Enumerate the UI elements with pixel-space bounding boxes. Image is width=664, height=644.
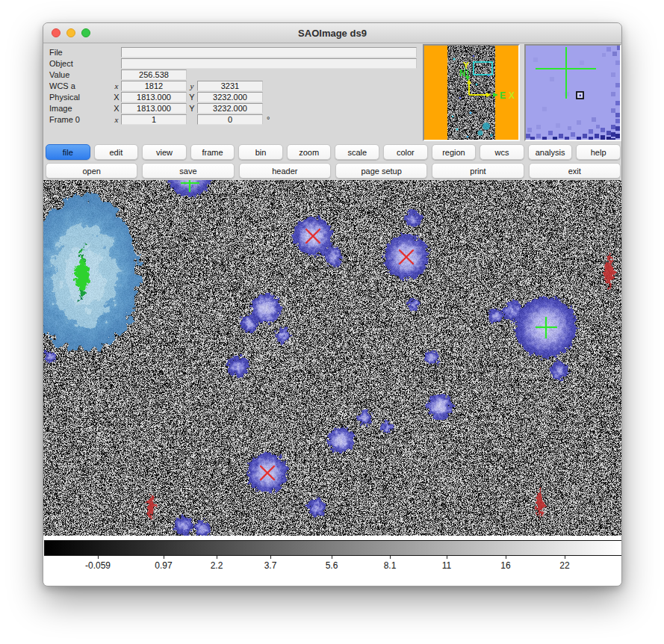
- frame-label: Frame 0: [49, 115, 112, 124]
- value-field[interactable]: 256.538: [121, 69, 187, 80]
- value-label: Value: [49, 70, 112, 79]
- info-row-frame: Frame 0 x 1 0 °: [49, 114, 270, 125]
- zoom-window-button[interactable]: [81, 28, 90, 37]
- window-title: SAOImage ds9: [43, 28, 621, 39]
- menu-bin[interactable]: bin: [238, 144, 283, 160]
- menu-region[interactable]: region: [432, 144, 477, 160]
- info-row-file: File: [49, 46, 417, 58]
- close-button[interactable]: [52, 28, 60, 37]
- object-field[interactable]: [121, 58, 417, 69]
- menu-help[interactable]: help: [576, 144, 621, 160]
- degree-symbol: °: [267, 115, 270, 124]
- file-label: File: [49, 48, 112, 57]
- wcs-y-field[interactable]: 3231: [197, 81, 263, 91]
- magnifier[interactable]: [524, 44, 621, 141]
- frame-x-label: x: [112, 115, 121, 124]
- menu-bar: file edit view frame bin zoom scale colo…: [43, 143, 622, 162]
- menu-color[interactable]: color: [383, 144, 428, 160]
- ds9-window: SAOImage ds9 File Object Value 256.538 W…: [43, 22, 622, 586]
- exit-button[interactable]: exit: [529, 163, 621, 179]
- info-row-object: Object: [49, 58, 417, 69]
- menu-analysis[interactable]: analysis: [528, 144, 573, 160]
- open-button[interactable]: open: [46, 163, 137, 179]
- frame-rotation-field[interactable]: 0: [197, 114, 263, 125]
- menu-wcs[interactable]: wcs: [480, 144, 524, 160]
- info-panel: File Object Value 256.538 WCS a x 1812 y…: [43, 43, 622, 143]
- colorbar[interactable]: [44, 540, 622, 556]
- colorbar-tick-label: 3.7: [264, 560, 277, 571]
- panner[interactable]: Y N E X: [423, 44, 520, 141]
- physical-y-field[interactable]: 3232.000: [197, 92, 263, 102]
- menu-view[interactable]: view: [142, 144, 187, 160]
- compass-x-axis-label: X: [509, 90, 515, 101]
- frame-zoom-field[interactable]: 1: [121, 114, 187, 125]
- colorbar-section: -0.059 0.97 2.2 3.7 5.6 8.1 11 16 22: [43, 536, 622, 586]
- image-label: Image: [49, 104, 112, 113]
- colorbar-tick-label: 11: [442, 560, 451, 571]
- menu-scale[interactable]: scale: [335, 144, 379, 160]
- image-x-field[interactable]: 1813.000: [121, 103, 187, 114]
- menu-edit[interactable]: edit: [94, 144, 139, 160]
- colorbar-tick-label: 22: [559, 560, 569, 571]
- menu-zoom[interactable]: zoom: [287, 144, 332, 160]
- titlebar[interactable]: SAOImage ds9: [43, 23, 621, 43]
- info-row-value: Value 256.538: [49, 69, 187, 80]
- colorbar-tick-label: 5.6: [326, 560, 338, 571]
- file-field[interactable]: [121, 47, 417, 58]
- object-label: Object: [49, 59, 112, 68]
- magnifier-cursor-pixel: [577, 92, 583, 99]
- image-y-field[interactable]: 3232.000: [197, 103, 263, 114]
- info-row-wcs: WCS a x 1812 y 3231: [49, 80, 263, 91]
- minimize-button[interactable]: [66, 28, 75, 37]
- wcs-label: WCS a: [49, 81, 112, 90]
- page-setup-button[interactable]: page setup: [335, 163, 427, 179]
- desktop: SAOImage ds9 File Object Value 256.538 W…: [0, 0, 664, 644]
- physical-y-label: Y: [187, 93, 197, 102]
- image-y-label: Y: [187, 104, 197, 113]
- colorbar-tick-label: 0.97: [155, 560, 172, 571]
- image-display[interactable]: [43, 180, 622, 536]
- colorbar-tick-label: -0.059: [85, 560, 111, 571]
- traffic-lights: [52, 28, 90, 37]
- wcs-y-label: y: [187, 81, 197, 90]
- command-bar: open save header page setup print exit: [43, 162, 622, 181]
- colorbar-tick-label: 2.2: [211, 560, 223, 571]
- print-button[interactable]: print: [432, 163, 524, 179]
- save-button[interactable]: save: [142, 163, 234, 179]
- colorbar-tick-label: 16: [500, 560, 510, 571]
- image-x-label: X: [112, 104, 121, 113]
- menu-file[interactable]: file: [46, 144, 90, 160]
- menu-frame[interactable]: frame: [190, 144, 235, 160]
- physical-x-label: X: [112, 93, 121, 102]
- compass-east-label: E: [500, 90, 506, 101]
- physical-label: Physical: [49, 93, 112, 102]
- info-row-physical: Physical X 1813.000 Y 3232.000: [49, 91, 263, 102]
- physical-x-field[interactable]: 1813.000: [121, 92, 187, 102]
- wcs-x-label: x: [112, 81, 121, 90]
- colorbar-tick-label: 8.1: [384, 560, 397, 571]
- compass-north-label: N: [459, 68, 466, 78]
- info-row-image: Image X 1813.000 Y 3232.000: [49, 102, 263, 114]
- header-button[interactable]: header: [239, 163, 331, 179]
- wcs-x-field[interactable]: 1812: [121, 81, 187, 91]
